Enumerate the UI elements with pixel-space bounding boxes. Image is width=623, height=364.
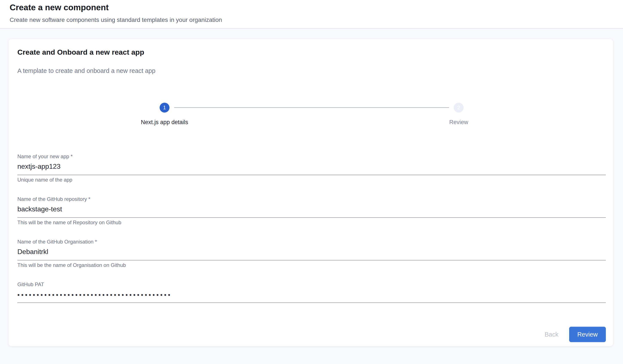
org-name-input[interactable] bbox=[17, 244, 606, 260]
step-connector-line bbox=[174, 107, 449, 108]
step-2-label: Review bbox=[449, 119, 468, 125]
app-details-form: Name of your new app * Unique name of th… bbox=[17, 154, 606, 303]
card-subtitle: A template to create and onboard a new r… bbox=[17, 68, 606, 74]
field-repo-name: Name of the GitHub repository * This wil… bbox=[17, 196, 606, 225]
field-app-name-helper: Unique name of the app bbox=[17, 177, 606, 182]
page-header: Create a new component Create new softwa… bbox=[0, 0, 623, 29]
template-wizard-card: Create and Onboard a new react app A tem… bbox=[9, 39, 613, 346]
page-title: Create a new component bbox=[10, 0, 623, 12]
field-app-name-label: Name of your new app * bbox=[17, 154, 606, 159]
step-2: 2 Review bbox=[312, 103, 606, 125]
field-repo-name-helper: This will be the name of Repository on G… bbox=[17, 220, 606, 225]
field-github-pat: GitHub PAT bbox=[17, 282, 606, 303]
app-name-input[interactable] bbox=[17, 159, 606, 175]
field-org-name: Name of the GitHub Organisation * This w… bbox=[17, 239, 606, 268]
field-app-name: Name of your new app * Unique name of th… bbox=[17, 154, 606, 182]
back-button[interactable]: Back bbox=[544, 331, 558, 338]
field-github-pat-label: GitHub PAT bbox=[17, 282, 606, 287]
step-1-indicator: 1 bbox=[160, 103, 170, 112]
review-button[interactable]: Review bbox=[569, 327, 606, 342]
repo-name-input[interactable] bbox=[17, 202, 606, 218]
wizard-stepper: 1 Next.js app details 2 Review bbox=[17, 103, 606, 125]
page-subtitle: Create new software components using sta… bbox=[10, 12, 623, 23]
field-repo-name-label: Name of the GitHub repository * bbox=[17, 196, 606, 202]
field-org-name-helper: This will be the name of Organisation on… bbox=[17, 263, 606, 268]
card-title: Create and Onboard a new react app bbox=[17, 39, 606, 56]
page-body: Create and Onboard a new react app A tem… bbox=[0, 29, 623, 346]
github-pat-input[interactable] bbox=[17, 287, 606, 303]
wizard-actions: Back Review bbox=[17, 327, 606, 342]
step-1-label: Next.js app details bbox=[141, 119, 188, 125]
step-1: 1 Next.js app details bbox=[17, 103, 312, 125]
field-org-name-label: Name of the GitHub Organisation * bbox=[17, 239, 606, 244]
step-2-indicator: 2 bbox=[454, 103, 464, 112]
